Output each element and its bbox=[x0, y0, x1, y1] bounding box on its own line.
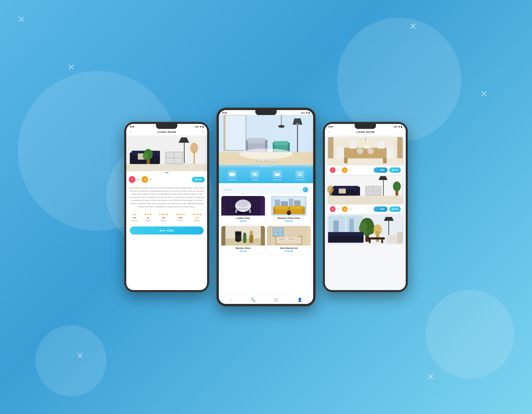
right-like-2[interactable]: ♥ bbox=[330, 206, 335, 212]
svg-point-139 bbox=[327, 186, 333, 193]
nav-home[interactable]: ⌂ bbox=[230, 297, 232, 302]
product-info-sofas: Beautiful Yellow Sofas $125.99 bbox=[267, 216, 311, 224]
category-bed-room[interactable]: Bed Room bbox=[273, 170, 282, 181]
svg-rect-130 bbox=[366, 187, 373, 191]
star-button-left[interactable]: ★ bbox=[142, 176, 148, 183]
like-button-left[interactable]: ♥ bbox=[129, 176, 135, 183]
right-add-btn-1[interactable]: 🛒 ADD bbox=[374, 168, 388, 173]
header-right: ← LIVING ROOM ⋮ bbox=[325, 129, 406, 136]
description-scroll: Lorem Ipsum is simply dummy text of the … bbox=[126, 185, 207, 290]
rating-count-4: 7895 bbox=[178, 217, 182, 219]
svg-rect-8 bbox=[166, 152, 174, 158]
svg-point-115 bbox=[357, 148, 363, 154]
svg-rect-50 bbox=[276, 173, 278, 175]
svg-rect-134 bbox=[383, 180, 384, 196]
rating-col-4: ★★★★ 7895 Ratings bbox=[175, 213, 185, 222]
nav-profile[interactable]: 👤 bbox=[297, 297, 302, 302]
menu-button-left[interactable]: ⋮ bbox=[201, 130, 204, 134]
buy-now-button[interactable]: BUY NOW bbox=[130, 227, 204, 235]
rating-count-2: 85 bbox=[147, 217, 149, 219]
rating-col-2: ★★★ 85 Ratings bbox=[144, 213, 152, 222]
right-product-img-3 bbox=[327, 215, 403, 244]
right-like-count-1: 15K bbox=[337, 169, 340, 171]
price-badge-left[interactable]: $29.99 bbox=[192, 177, 205, 182]
svg-point-37 bbox=[239, 148, 293, 159]
right-like-1[interactable]: ♥ bbox=[330, 167, 335, 173]
svg-rect-128 bbox=[339, 188, 346, 194]
svg-rect-11 bbox=[174, 158, 182, 163]
right-product-card-2[interactable]: ♥ 15K ★ 125 🛒 ADD $29.99 bbox=[327, 176, 403, 214]
product-img-sofas bbox=[267, 196, 311, 216]
svg-point-45 bbox=[253, 173, 254, 174]
signal-center: ●●● bbox=[301, 112, 305, 114]
back-button-left[interactable]: ← bbox=[129, 130, 132, 134]
rating-count-3: 698 bbox=[162, 217, 165, 219]
leather-chair-svg bbox=[221, 196, 265, 216]
nav-cart[interactable]: 🛒 bbox=[274, 297, 279, 302]
search-icon[interactable]: 🔍 bbox=[303, 187, 308, 192]
svg-rect-72 bbox=[290, 208, 303, 214]
product-card-leather-chair[interactable]: Leather Chair $12.99 bbox=[221, 196, 265, 224]
slide-dot-1 bbox=[261, 166, 262, 167]
search-bar-center[interactable]: Search 🔍 bbox=[221, 185, 311, 194]
product-card-wooden[interactable]: Wooden Sticks R14.99 bbox=[221, 226, 265, 254]
product-img-leather bbox=[221, 196, 265, 216]
rating-label-4: Ratings bbox=[177, 220, 183, 222]
svg-rect-114 bbox=[378, 141, 385, 148]
right-like-count-2: 15K bbox=[337, 208, 340, 210]
category-label-bed: Bed Room bbox=[273, 179, 281, 181]
product-card-bed[interactable]: Bed Attached Set R158.99 bbox=[267, 226, 311, 254]
svg-point-25 bbox=[278, 125, 285, 128]
time-center: 9:41 bbox=[222, 111, 227, 114]
dot bbox=[163, 172, 165, 173]
menu-button-right[interactable]: ⋮ bbox=[400, 130, 403, 134]
svg-rect-105 bbox=[288, 238, 295, 240]
svg-rect-52 bbox=[298, 173, 302, 175]
svg-point-58 bbox=[237, 199, 249, 207]
product-grid: Leather Chair $12.99 bbox=[219, 196, 313, 256]
status-icons-center: ●●● ≋ ▮ bbox=[301, 112, 310, 114]
category-living-room[interactable]: Living Room bbox=[227, 170, 237, 181]
category-icon-kitchen bbox=[250, 170, 259, 178]
search-placeholder[interactable]: Search bbox=[224, 188, 301, 191]
svg-rect-92 bbox=[251, 230, 252, 236]
svg-rect-0 bbox=[126, 164, 207, 171]
category-home-office[interactable]: Home Office bbox=[295, 170, 305, 181]
nav-search[interactable]: 🔍 bbox=[251, 297, 256, 302]
rating-label-2: Ratings bbox=[145, 220, 151, 222]
right-product-card-3[interactable] bbox=[327, 215, 403, 244]
rating-count-5: 100k bbox=[195, 217, 199, 219]
right-scroll: ♥ 15K ★ 125 🛒 ADD $29.99 bbox=[325, 136, 406, 290]
svg-rect-160 bbox=[367, 237, 385, 239]
category-label-living: Living Room bbox=[227, 179, 237, 181]
right-star-2[interactable]: ★ bbox=[342, 206, 348, 212]
hero-image-center: FORTUNE bbox=[219, 115, 313, 165]
categories-section: Living Room Kitchen bbox=[219, 168, 313, 183]
category-label-kitchen: Kitchen bbox=[252, 179, 258, 181]
add-label-2: ADD bbox=[380, 208, 385, 210]
category-icon-living bbox=[228, 170, 237, 178]
product-scroll: Leather Chair $12.99 bbox=[219, 196, 313, 304]
dining-svg bbox=[327, 137, 403, 166]
product-price-leather: $12.99 bbox=[223, 220, 263, 222]
right-star-1[interactable]: ★ bbox=[342, 167, 348, 173]
right-price-2: $29.99 bbox=[389, 207, 401, 212]
svg-rect-41 bbox=[230, 173, 234, 174]
hero-svg-left bbox=[126, 136, 207, 171]
product-card-yellow-sofas[interactable]: Beautiful Yellow Sofas $125.99 bbox=[267, 196, 311, 224]
cross-decoration: ✕ bbox=[67, 62, 75, 72]
notch-left bbox=[156, 124, 177, 129]
svg-rect-119 bbox=[328, 137, 333, 158]
svg-rect-87 bbox=[238, 237, 239, 241]
right-add-btn-2[interactable]: 🛒 ADD bbox=[374, 207, 388, 212]
svg-rect-75 bbox=[290, 206, 303, 209]
slide-dot-3 bbox=[266, 166, 267, 167]
right-product-card-1[interactable]: ♥ 15K ★ 125 🛒 ADD $29.99 bbox=[327, 137, 403, 175]
svg-rect-123 bbox=[328, 196, 403, 205]
category-kitchen[interactable]: Kitchen bbox=[250, 170, 259, 181]
back-button-right[interactable]: ← bbox=[328, 130, 331, 134]
hero-title-center: FORTUNE bbox=[255, 158, 277, 163]
product-name-leather: Leather Chair bbox=[223, 217, 263, 219]
svg-rect-24 bbox=[281, 115, 282, 126]
svg-rect-156 bbox=[328, 235, 363, 243]
